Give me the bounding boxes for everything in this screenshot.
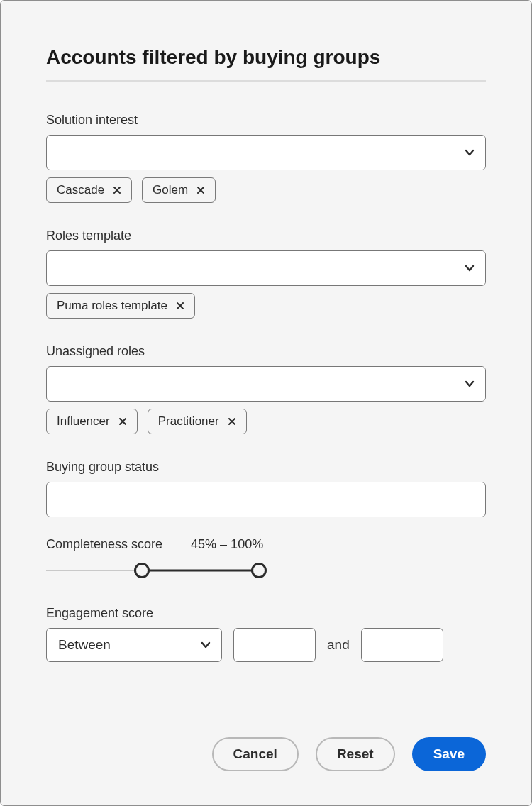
dropdown-roles-template[interactable]	[46, 250, 486, 286]
engagement-from-input[interactable]	[234, 629, 316, 661]
tag-cascade: Cascade	[46, 177, 132, 203]
label-engagement-score: Engagement score	[46, 606, 486, 621]
close-icon[interactable]	[195, 184, 206, 196]
field-unassigned-roles: Unassigned roles Influencer Practitioner	[46, 344, 486, 434]
tag-golem: Golem	[142, 177, 216, 203]
label-solution-interest: Solution interest	[46, 113, 486, 128]
engagement-to-stepper[interactable]	[361, 628, 443, 662]
chevron-down-icon	[464, 147, 475, 158]
slider-fill	[142, 570, 259, 572]
tags-solution-interest: Cascade Golem	[46, 177, 486, 203]
close-icon[interactable]	[117, 416, 128, 427]
tag-puma-roles-template: Puma roles template	[46, 293, 195, 319]
reset-button[interactable]: Reset	[316, 737, 395, 771]
save-button[interactable]: Save	[412, 737, 486, 771]
close-icon[interactable]	[111, 184, 123, 196]
divider	[46, 80, 486, 82]
label-completeness-score: Completeness score	[46, 537, 162, 552]
field-solution-interest: Solution interest Cascade Golem	[46, 113, 486, 203]
tags-unassigned-roles: Influencer Practitioner	[46, 409, 486, 434]
dropdown-solution-interest[interactable]	[46, 135, 486, 170]
engagement-operator-value: Between	[58, 637, 111, 653]
close-icon[interactable]	[174, 300, 186, 311]
dropdown-btn-unassigned-roles[interactable]	[453, 367, 485, 401]
cancel-button[interactable]: Cancel	[212, 737, 299, 771]
footer: Cancel Reset Save	[46, 737, 486, 771]
input-roles-template[interactable]	[47, 251, 453, 285]
tag-practitioner: Practitioner	[148, 409, 247, 434]
slider-handle-max[interactable]	[251, 563, 267, 578]
input-solution-interest[interactable]	[47, 136, 453, 170]
chevron-down-icon	[464, 263, 475, 274]
slider-handle-min[interactable]	[134, 563, 150, 578]
tag-label: Practitioner	[158, 414, 219, 429]
engagement-operator-select[interactable]: Between	[46, 628, 222, 662]
chevron-down-icon	[200, 639, 211, 651]
chevron-down-icon	[464, 378, 475, 390]
tag-influencer: Influencer	[46, 409, 138, 434]
input-unassigned-roles[interactable]	[47, 367, 453, 401]
tag-label: Golem	[153, 183, 188, 197]
filter-panel: Accounts filtered by buying groups Solut…	[0, 0, 532, 806]
and-label: and	[327, 637, 350, 653]
field-buying-group-status: Buying group status	[46, 460, 486, 517]
dropdown-btn-roles-template[interactable]	[453, 251, 485, 285]
tags-roles-template: Puma roles template	[46, 293, 486, 319]
engagement-to-input[interactable]	[362, 629, 443, 661]
label-roles-template: Roles template	[46, 228, 486, 243]
page-title: Accounts filtered by buying groups	[46, 46, 486, 69]
label-unassigned-roles: Unassigned roles	[46, 344, 486, 359]
engagement-from-stepper[interactable]	[233, 628, 316, 662]
dropdown-unassigned-roles[interactable]	[46, 366, 486, 402]
close-icon[interactable]	[226, 416, 238, 427]
tag-label: Influencer	[57, 414, 110, 429]
field-engagement-score: Engagement score Between an	[46, 606, 486, 662]
dropdown-btn-solution-interest[interactable]	[453, 136, 485, 170]
completeness-range-display: 45% – 100%	[191, 537, 263, 552]
tag-label: Puma roles template	[57, 299, 167, 313]
label-buying-group-status: Buying group status	[46, 460, 486, 475]
tag-label: Cascade	[57, 183, 104, 197]
completeness-slider[interactable]	[46, 561, 259, 580]
field-roles-template: Roles template Puma roles template	[46, 228, 486, 319]
input-buying-group-status[interactable]	[46, 482, 486, 517]
field-completeness-score: Completeness score 45% – 100%	[46, 537, 486, 580]
